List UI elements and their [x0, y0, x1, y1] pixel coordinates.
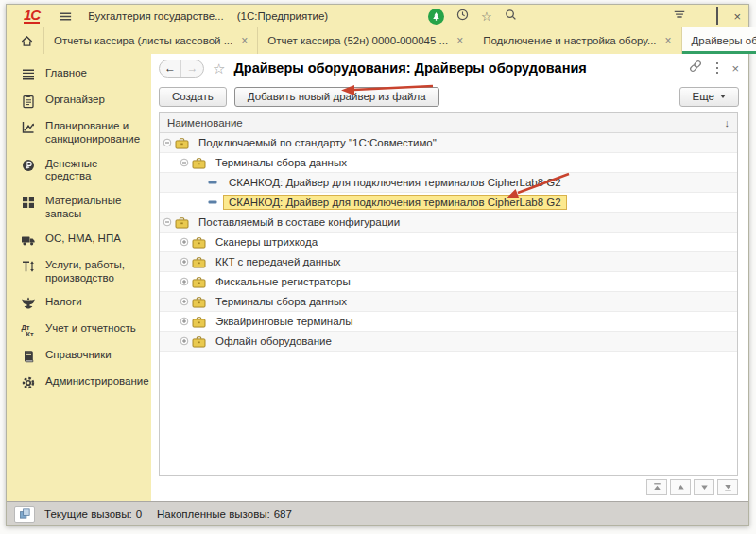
group-folder-icon: [192, 276, 206, 288]
tree-row-1[interactable]: Подключаемый по стандарту "1С:Совместимо…: [160, 133, 737, 153]
sidebar-item-5[interactable]: Материальные запасы: [7, 189, 151, 227]
go-down-button[interactable]: [694, 479, 714, 495]
tree-row-8[interactable]: Фискальные регистраторы: [160, 272, 737, 292]
tab-close-icon[interactable]: ×: [456, 35, 463, 46]
go-first-button[interactable]: [646, 479, 667, 495]
more-actions-icon[interactable]: [716, 62, 719, 75]
tree-row-11[interactable]: Офлайн оборудование: [160, 332, 737, 352]
sidebar-item-7[interactable]: Услуги, работы, производство: [7, 253, 151, 291]
collapse-node-icon[interactable]: [163, 217, 172, 227]
close-form-icon[interactable]: ×: [731, 62, 739, 75]
sidebar-item-9[interactable]: Учет и отчетность: [7, 317, 151, 343]
tree-row-label: Терминалы сбора данных: [210, 294, 352, 309]
expand-node-icon[interactable]: [180, 317, 189, 326]
tree-row-10[interactable]: Эквайринговые терминалы: [160, 312, 737, 332]
group-folder-icon: [192, 236, 206, 249]
favorites-icon[interactable]: ☆: [481, 10, 492, 23]
hamburger-menu-icon[interactable]: [59, 9, 73, 24]
tree-row-2[interactable]: Терминалы сбора данных: [160, 153, 737, 173]
tab-close-icon[interactable]: ×: [665, 35, 672, 46]
group-folder-icon: [175, 137, 189, 149]
add-to-favorites-icon[interactable]: ☆: [213, 61, 225, 76]
sort-descending-icon[interactable]: ↓: [725, 118, 730, 129]
search-icon[interactable]: [504, 8, 518, 26]
tree-row-label: Офлайн оборудование: [210, 334, 337, 349]
list-navigation: [151, 476, 748, 501]
expand-node-icon[interactable]: [180, 277, 189, 286]
status-bar: Текущие вызовы:0 Накопленные вызовы:687: [7, 501, 748, 525]
group-folder-icon: [192, 157, 206, 169]
expand-node-icon[interactable]: [180, 297, 189, 306]
tree-row-label: Терминалы сбора данных: [210, 155, 352, 170]
go-up-button[interactable]: [670, 479, 691, 495]
accounting-icon: [21, 322, 36, 337]
page-title: Драйверы оборудования: Драйверы оборудов…: [233, 60, 586, 76]
tree-row-5[interactable]: Поставляемый в составе конфигурации: [160, 213, 737, 233]
group-folder-icon: [192, 336, 206, 348]
tree-row-label: СКАНКОД: Драйвер для подключения термина…: [223, 195, 567, 210]
toolbar: Создать Добавить новый драйвер из файла …: [151, 82, 748, 111]
tab-label: Драйверы оборудования: Драйве...: [692, 35, 756, 46]
expand-node-icon[interactable]: [180, 237, 189, 247]
discussions-icon[interactable]: [428, 9, 444, 25]
home-tab[interactable]: [10, 27, 44, 54]
sidebar-item-11[interactable]: Администрирование: [7, 370, 151, 396]
list-column-header[interactable]: Наименование ↓: [160, 113, 737, 133]
drivers-tree-list: Наименование ↓ Подключаемый по стандарту…: [159, 112, 738, 476]
go-last-button[interactable]: [717, 479, 738, 495]
tree-row-6[interactable]: Сканеры штрихкода: [160, 233, 737, 252]
sidebar-item-label: Налоги: [45, 296, 82, 309]
tree-row-4[interactable]: СКАНКОД: Драйвер для подключения термина…: [160, 193, 737, 213]
tab-bar: Отчеты кассира (листы кассовой ...×Отчет…: [7, 27, 748, 54]
tab-4[interactable]: Драйверы оборудования: Драйве...×: [682, 27, 756, 54]
maximize-button[interactable]: [716, 8, 718, 25]
tab-close-icon[interactable]: ×: [241, 35, 248, 46]
back-button[interactable]: ←: [160, 60, 181, 77]
add-driver-from-file-button[interactable]: Добавить новый драйвер из файла: [234, 87, 439, 107]
expand-node-icon[interactable]: [180, 257, 189, 267]
performance-indicator-icon[interactable]: [14, 506, 35, 523]
sidebar-item-6[interactable]: ОС, НМА, НПА: [7, 227, 151, 253]
sidebar-item-2[interactable]: Органайзер: [7, 88, 151, 114]
group-folder-icon: [192, 256, 206, 268]
window-controls: ×: [673, 5, 741, 27]
form-header: ← → ☆ Драйверы оборудования: Драйверы об…: [151, 54, 748, 82]
sidebar-item-8[interactable]: Налоги: [7, 290, 151, 317]
gear-icon: [21, 375, 36, 390]
1c-logo: 1С: [24, 9, 40, 24]
collapse-node-icon[interactable]: [180, 158, 189, 167]
window-title: Бухгалтерия государстве...(1С:Предприяти…: [88, 10, 328, 22]
sidebar-item-10[interactable]: Справочники: [7, 343, 151, 370]
close-window-button[interactable]: ×: [733, 10, 741, 23]
more-button[interactable]: Еще: [679, 87, 739, 107]
main-menu-icon[interactable]: [673, 8, 686, 25]
sidebar-item-label: Планирование и санкционирование: [45, 120, 146, 146]
tab-1[interactable]: Отчеты кассира (листы кассовой ...×: [44, 27, 258, 54]
sidebar-item-4[interactable]: Денежные средства: [7, 152, 151, 190]
tab-2[interactable]: Отчет кассира (52н) 0000-000045 ...×: [258, 27, 473, 54]
tab-label: Подключение и настройка обору...: [483, 35, 656, 46]
sidebar-item-label: Материальные запасы: [45, 195, 146, 221]
content-panel: ← → ☆ Драйверы оборудования: Драйверы об…: [151, 54, 748, 501]
services-icon: [21, 259, 36, 274]
collapse-node-icon[interactable]: [163, 138, 172, 147]
tree-row-3[interactable]: СКАНКОД: Драйвер для подключения термина…: [160, 173, 737, 193]
tree-row-label: СКАНКОД: Драйвер для подключения термина…: [223, 175, 567, 190]
group-folder-icon: [175, 216, 189, 229]
tree-row-label: Эквайринговые терминалы: [210, 314, 359, 329]
history-icon[interactable]: [455, 8, 470, 26]
tree-row-label: Поставляемый в составе конфигурации: [193, 215, 405, 230]
sidebar-item-label: Денежные средства: [45, 158, 146, 184]
sidebar-item-3[interactable]: Планирование и санкционирование: [7, 114, 151, 152]
forward-button[interactable]: →: [181, 60, 203, 77]
tab-3[interactable]: Подключение и настройка обору...×: [473, 27, 681, 54]
tree-row-7[interactable]: ККТ с передачей данных: [160, 252, 737, 272]
history-nav: ← →: [159, 60, 204, 78]
expand-node-icon[interactable]: [180, 336, 189, 346]
create-button[interactable]: Создать: [159, 87, 227, 107]
get-link-icon[interactable]: [688, 59, 703, 78]
tree-row-label: Подключаемый по стандарту "1С:Совместимо…: [193, 135, 442, 150]
sidebar-item-label: Администрирование: [45, 375, 149, 388]
tree-row-9[interactable]: Терминалы сбора данных: [160, 292, 737, 312]
sidebar-item-1[interactable]: Главное: [7, 61, 151, 88]
